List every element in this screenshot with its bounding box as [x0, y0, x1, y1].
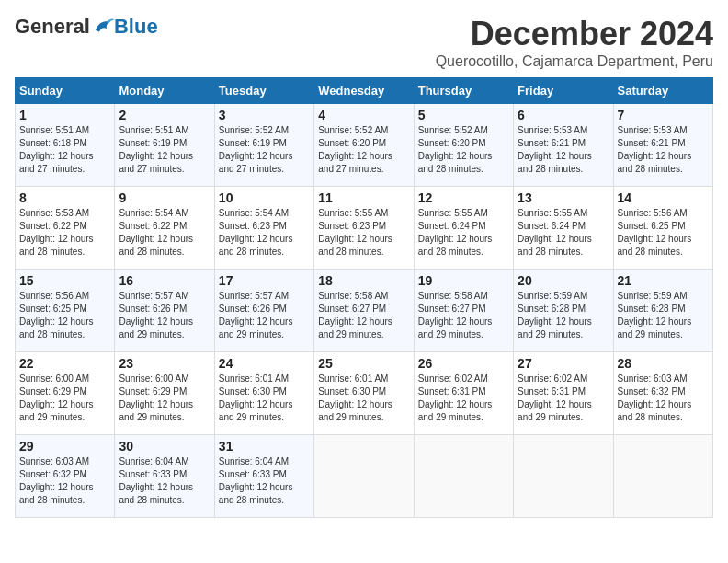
logo: General Blue: [15, 15, 158, 39]
day-number: 23: [119, 356, 210, 371]
day-info: Sunrise: 6:02 AMSunset: 6:31 PMDaylight:…: [518, 373, 609, 424]
calendar-week-3: 15Sunrise: 5:56 AMSunset: 6:25 PMDayligh…: [16, 270, 713, 352]
day-info: Sunrise: 6:03 AMSunset: 6:32 PMDaylight:…: [618, 373, 709, 424]
calendar-cell: 29Sunrise: 6:03 AMSunset: 6:32 PMDayligh…: [16, 435, 115, 518]
calendar-week-5: 29Sunrise: 6:03 AMSunset: 6:32 PMDayligh…: [16, 435, 713, 518]
calendar-cell: 11Sunrise: 5:55 AMSunset: 6:23 PMDayligh…: [314, 187, 414, 270]
day-info: Sunrise: 5:56 AMSunset: 6:25 PMDaylight:…: [19, 290, 110, 341]
calendar-cell: 16Sunrise: 5:57 AMSunset: 6:26 PMDayligh…: [115, 270, 214, 352]
calendar-cell: 31Sunrise: 6:04 AMSunset: 6:33 PMDayligh…: [214, 435, 313, 518]
day-number: 2: [119, 108, 210, 122]
calendar-cell: 2Sunrise: 5:51 AMSunset: 6:19 PMDaylight…: [115, 104, 214, 187]
day-info: Sunrise: 6:00 AMSunset: 6:29 PMDaylight:…: [19, 373, 110, 424]
day-number: 28: [618, 356, 709, 371]
day-info: Sunrise: 5:53 AMSunset: 6:21 PMDaylight:…: [518, 124, 609, 176]
calendar-cell: [514, 435, 613, 518]
day-info: Sunrise: 5:55 AMSunset: 6:24 PMDaylight:…: [518, 207, 609, 259]
day-number: 12: [418, 190, 509, 205]
day-number: 31: [219, 439, 310, 454]
calendar-cell: 21Sunrise: 5:59 AMSunset: 6:28 PMDayligh…: [613, 270, 712, 352]
calendar-week-2: 8Sunrise: 5:53 AMSunset: 6:22 PMDaylight…: [16, 187, 713, 270]
day-info: Sunrise: 5:55 AMSunset: 6:24 PMDaylight:…: [418, 207, 509, 259]
day-number: 3: [219, 108, 310, 122]
day-info: Sunrise: 5:54 AMSunset: 6:23 PMDaylight:…: [219, 207, 310, 259]
calendar-cell: 12Sunrise: 5:55 AMSunset: 6:24 PMDayligh…: [414, 187, 513, 270]
day-info: Sunrise: 6:01 AMSunset: 6:30 PMDaylight:…: [318, 373, 409, 424]
day-number: 25: [318, 356, 409, 371]
month-title: December 2024: [436, 15, 713, 53]
calendar-cell: 14Sunrise: 5:56 AMSunset: 6:25 PMDayligh…: [613, 187, 712, 270]
calendar-cell: 10Sunrise: 5:54 AMSunset: 6:23 PMDayligh…: [214, 187, 313, 270]
logo-blue-text: Blue: [114, 15, 158, 39]
calendar-cell: 4Sunrise: 5:52 AMSunset: 6:20 PMDaylight…: [314, 104, 414, 187]
calendar-cell: 3Sunrise: 5:52 AMSunset: 6:19 PMDaylight…: [214, 104, 313, 187]
day-number: 26: [418, 356, 509, 371]
day-info: Sunrise: 5:52 AMSunset: 6:20 PMDaylight:…: [418, 124, 509, 176]
calendar-cell: 30Sunrise: 6:04 AMSunset: 6:33 PMDayligh…: [115, 435, 214, 518]
calendar-cell: 23Sunrise: 6:00 AMSunset: 6:29 PMDayligh…: [115, 352, 214, 435]
calendar-cell: 22Sunrise: 6:00 AMSunset: 6:29 PMDayligh…: [16, 352, 115, 435]
header-sunday: Sunday: [16, 78, 115, 104]
day-number: 10: [219, 190, 310, 205]
day-info: Sunrise: 5:51 AMSunset: 6:19 PMDaylight:…: [119, 124, 210, 176]
day-number: 30: [119, 439, 210, 454]
day-number: 24: [219, 356, 310, 371]
day-number: 19: [418, 273, 509, 288]
header-thursday: Thursday: [414, 78, 513, 104]
day-info: Sunrise: 6:03 AMSunset: 6:32 PMDaylight:…: [19, 455, 110, 507]
day-number: 29: [19, 439, 110, 454]
header-wednesday: Wednesday: [314, 78, 414, 104]
day-info: Sunrise: 6:02 AMSunset: 6:31 PMDaylight:…: [418, 373, 509, 424]
day-info: Sunrise: 6:04 AMSunset: 6:33 PMDaylight:…: [119, 455, 210, 507]
day-number: 20: [518, 273, 609, 288]
header-saturday: Saturday: [613, 78, 712, 104]
day-number: 11: [318, 190, 409, 205]
calendar-week-1: 1Sunrise: 5:51 AMSunset: 6:18 PMDaylight…: [16, 104, 713, 187]
header-monday: Monday: [115, 78, 214, 104]
day-info: Sunrise: 5:59 AMSunset: 6:28 PMDaylight:…: [518, 290, 609, 341]
calendar-cell: 25Sunrise: 6:01 AMSunset: 6:30 PMDayligh…: [314, 352, 414, 435]
calendar-cell: [613, 435, 712, 518]
day-number: 4: [318, 108, 409, 122]
calendar-cell: 8Sunrise: 5:53 AMSunset: 6:22 PMDaylight…: [16, 187, 115, 270]
day-info: Sunrise: 5:56 AMSunset: 6:25 PMDaylight:…: [618, 207, 709, 259]
calendar-cell: 13Sunrise: 5:55 AMSunset: 6:24 PMDayligh…: [514, 187, 613, 270]
day-info: Sunrise: 6:04 AMSunset: 6:33 PMDaylight:…: [219, 455, 310, 507]
day-number: 21: [618, 273, 709, 288]
day-info: Sunrise: 5:57 AMSunset: 6:26 PMDaylight:…: [119, 290, 210, 341]
day-number: 16: [119, 273, 210, 288]
logo-bird-icon: [92, 16, 114, 38]
calendar-table: SundayMondayTuesdayWednesdayThursdayFrid…: [15, 77, 713, 518]
calendar-cell: 19Sunrise: 5:58 AMSunset: 6:27 PMDayligh…: [414, 270, 513, 352]
day-info: Sunrise: 5:59 AMSunset: 6:28 PMDaylight:…: [618, 290, 709, 341]
day-info: Sunrise: 5:51 AMSunset: 6:18 PMDaylight:…: [19, 124, 110, 176]
calendar-cell: 24Sunrise: 6:01 AMSunset: 6:30 PMDayligh…: [214, 352, 313, 435]
calendar-cell: 27Sunrise: 6:02 AMSunset: 6:31 PMDayligh…: [514, 352, 613, 435]
day-number: 9: [119, 190, 210, 205]
day-info: Sunrise: 5:57 AMSunset: 6:26 PMDaylight:…: [219, 290, 310, 341]
logo-general-text: General: [15, 15, 90, 39]
calendar-cell: [314, 435, 414, 518]
location-title: Querocotillo, Cajamarca Department, Peru: [436, 53, 713, 70]
calendar-cell: 9Sunrise: 5:54 AMSunset: 6:22 PMDaylight…: [115, 187, 214, 270]
day-number: 22: [19, 356, 110, 371]
calendar-cell: 17Sunrise: 5:57 AMSunset: 6:26 PMDayligh…: [214, 270, 313, 352]
day-info: Sunrise: 6:00 AMSunset: 6:29 PMDaylight:…: [119, 373, 210, 424]
day-number: 15: [19, 273, 110, 288]
day-number: 1: [19, 108, 110, 122]
day-info: Sunrise: 5:53 AMSunset: 6:22 PMDaylight:…: [19, 207, 110, 259]
calendar-cell: 15Sunrise: 5:56 AMSunset: 6:25 PMDayligh…: [16, 270, 115, 352]
day-info: Sunrise: 5:52 AMSunset: 6:20 PMDaylight:…: [318, 124, 409, 176]
calendar-cell: 6Sunrise: 5:53 AMSunset: 6:21 PMDaylight…: [514, 104, 613, 187]
calendar-cell: 1Sunrise: 5:51 AMSunset: 6:18 PMDaylight…: [16, 104, 115, 187]
day-info: Sunrise: 5:53 AMSunset: 6:21 PMDaylight:…: [618, 124, 709, 176]
day-number: 13: [518, 190, 609, 205]
calendar-cell: 20Sunrise: 5:59 AMSunset: 6:28 PMDayligh…: [514, 270, 613, 352]
calendar-cell: 5Sunrise: 5:52 AMSunset: 6:20 PMDaylight…: [414, 104, 513, 187]
header-tuesday: Tuesday: [214, 78, 313, 104]
calendar-cell: 26Sunrise: 6:02 AMSunset: 6:31 PMDayligh…: [414, 352, 513, 435]
calendar-cell: 18Sunrise: 5:58 AMSunset: 6:27 PMDayligh…: [314, 270, 414, 352]
day-number: 17: [219, 273, 310, 288]
calendar-cell: 7Sunrise: 5:53 AMSunset: 6:21 PMDaylight…: [613, 104, 712, 187]
calendar-cell: 28Sunrise: 6:03 AMSunset: 6:32 PMDayligh…: [613, 352, 712, 435]
